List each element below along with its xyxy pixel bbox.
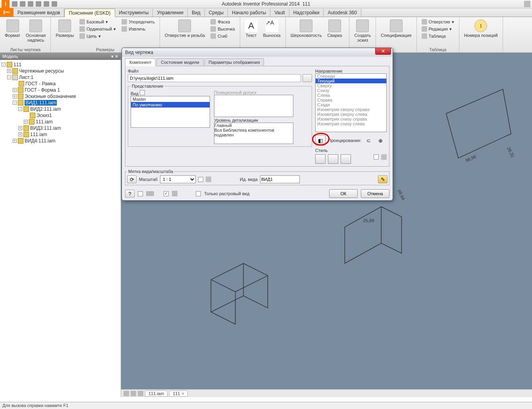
style-hidden-button[interactable] — [315, 154, 326, 164]
tree-node[interactable]: +111.iam — [2, 119, 119, 125]
tree-node[interactable]: +ВИД3:111.iam — [2, 125, 119, 131]
tree-node[interactable]: +111.iam — [2, 131, 119, 138]
text-button[interactable]: AТекст — [243, 19, 259, 46]
tab-vault[interactable]: Vault — [270, 9, 289, 17]
qat-new-icon[interactable] — [12, 1, 17, 7]
arrange-button[interactable]: Упорядочить — [120, 19, 156, 25]
expand-icon[interactable]: - — [13, 101, 17, 105]
help-button[interactable]: ? — [125, 190, 135, 198]
opt2-chk[interactable] — [164, 191, 169, 196]
opt1-chk[interactable] — [138, 191, 143, 196]
tab-eskd[interactable]: Пояснение (ESKD) — [64, 9, 115, 17]
sheet-nav-icon[interactable] — [131, 391, 136, 396]
weld-button[interactable]: Сварка — [326, 19, 343, 46]
panel-close-icon[interactable]: ▾ ✕ — [111, 54, 118, 59]
tree-node[interactable]: +ГОСТ - Форма 1 — [2, 87, 119, 93]
tab-display-options[interactable]: Параметры отображения — [204, 58, 264, 66]
file-path-input[interactable] — [128, 74, 301, 82]
expand-icon[interactable]: + — [13, 94, 17, 98]
expand-icon[interactable]: + — [13, 88, 17, 92]
sheet-tab[interactable]: 111× — [169, 390, 188, 397]
direction-item[interactable]: Сзади — [316, 102, 386, 107]
viewid-input[interactable] — [260, 175, 300, 183]
tab-addins[interactable]: Надстройки — [289, 9, 324, 17]
style-shaded-button[interactable] — [341, 154, 351, 164]
expand-icon[interactable]: + — [13, 139, 17, 143]
chain-dim-button[interactable]: Цепь ▾ — [78, 33, 118, 39]
tree-node[interactable]: -ВИД2:111.iam — [2, 106, 119, 112]
ok-button[interactable]: ОК — [329, 189, 358, 198]
punch-button[interactable]: Высечка — [209, 26, 236, 32]
style-inherit-chk[interactable] — [374, 154, 379, 159]
tab-tools[interactable]: Инструменты — [115, 9, 153, 17]
tree-node[interactable]: Эскиз1 — [2, 112, 119, 119]
direction-item[interactable]: Текущий — [316, 79, 386, 83]
expand-icon[interactable]: + — [18, 132, 22, 136]
expand-icon[interactable]: + — [24, 120, 28, 124]
direction-item[interactable]: Изометрия сверху справа — [316, 107, 386, 112]
direction-item[interactable]: Спереди — [316, 74, 386, 79]
scale-chk[interactable] — [198, 177, 203, 182]
raster-chk[interactable] — [196, 191, 201, 196]
direction-list[interactable]: СпередиТекущийСверхуСнизуСлеваСправаСзад… — [315, 73, 387, 132]
expand-icon[interactable]: - — [7, 75, 11, 79]
retrieve-button[interactable]: Извлечь — [120, 26, 156, 32]
model-tree[interactable]: -111+Чертежные ресурсы-Лист:1ГОСТ - Рамк… — [0, 60, 121, 397]
tab-environments[interactable]: Среды — [205, 9, 228, 17]
qat-print-icon[interactable] — [52, 1, 57, 7]
direction-item[interactable]: Снизу — [316, 88, 386, 93]
tab-place-views[interactable]: Размещение видов — [13, 9, 64, 17]
cube-orient-button[interactable]: ◧ — [315, 135, 326, 146]
bend-button[interactable]: Сгиб — [209, 33, 236, 39]
dialog-close-button[interactable]: ✕ — [375, 48, 391, 55]
expand-icon[interactable]: + — [18, 126, 22, 130]
tree-node[interactable]: -ВИД1:111.iam — [2, 100, 119, 106]
tab-component[interactable]: Компонент — [125, 58, 156, 66]
qat-open-icon[interactable] — [20, 1, 25, 7]
tree-node[interactable]: -111 — [2, 61, 119, 68]
browse-button[interactable] — [303, 74, 312, 82]
direction-item[interactable]: Изометрия снизу слева — [316, 121, 386, 126]
positional-list[interactable] — [214, 95, 293, 117]
create-sketch-button[interactable]: Создать эскиз — [353, 19, 372, 46]
tree-node[interactable]: +ВИД4:111.iam — [2, 138, 119, 144]
direction-item[interactable]: Слева — [316, 93, 386, 98]
style-nohidden-button[interactable] — [328, 154, 338, 164]
tree-node[interactable]: ГОСТ - Рамка — [2, 81, 119, 87]
scale-toggle-button[interactable]: ⟳ — [127, 175, 137, 183]
tab-a360[interactable]: Autodesk 360 — [324, 9, 361, 17]
tab-manage[interactable]: Управление — [153, 9, 188, 17]
edit-label-button[interactable]: ✎ — [378, 175, 387, 183]
lod-list[interactable]: Главный Вся Библиотека компонентов подав… — [214, 123, 293, 144]
projection-thirdangle-button[interactable]: ⊕ — [376, 136, 385, 144]
window-close-icon[interactable] — [524, 1, 530, 7]
title-block-button[interactable]: Основная надпись — [24, 19, 47, 46]
view-rep-list[interactable]: Master По умолчанию — [131, 96, 210, 128]
scale-combo[interactable]: 1 : 1 — [160, 175, 196, 183]
table-button[interactable]: Таблица — [420, 33, 456, 39]
leader-text-button[interactable]: ↗AВыноска — [262, 19, 282, 46]
app-icon[interactable]: I — [2, 0, 10, 8]
tree-node[interactable]: +Чертежные ресурсы — [2, 68, 119, 74]
format-button[interactable]: Формат — [3, 19, 22, 46]
tree-node[interactable]: -Лист:1 — [2, 74, 119, 81]
direction-item[interactable]: Изометрия снизу справа — [316, 117, 386, 121]
hole-table-button[interactable]: Отверстие ▾ — [420, 19, 456, 25]
dialog-title[interactable]: Вид чертежа — [122, 48, 393, 57]
chamfer-button[interactable]: Фаска — [209, 19, 236, 25]
dimension-button[interactable]: Размеры — [54, 19, 75, 46]
ordinate-dim-button[interactable]: Ординатный ▾ — [78, 26, 118, 32]
sheet-nav-icon[interactable] — [123, 391, 129, 396]
baseline-dim-button[interactable]: Базовый ▾ — [78, 19, 118, 25]
qat-save-icon[interactable] — [28, 1, 33, 7]
qat-undo-icon[interactable] — [36, 1, 41, 7]
tab-model-state[interactable]: Состояние модели — [156, 58, 203, 66]
surface-button[interactable]: Шероховатость — [289, 19, 324, 46]
parts-list-button[interactable]: Спецификация — [379, 19, 413, 46]
app-button[interactable]: IPRO — [0, 8, 13, 17]
expand-icon[interactable]: + — [7, 69, 11, 73]
expand-icon[interactable]: - — [18, 107, 22, 111]
sheet-tab[interactable]: 111.iam — [145, 390, 168, 397]
direction-item[interactable]: Изометрия сверху слева — [316, 112, 386, 117]
tree-node[interactable]: +Эскизные обозначения — [2, 93, 119, 100]
